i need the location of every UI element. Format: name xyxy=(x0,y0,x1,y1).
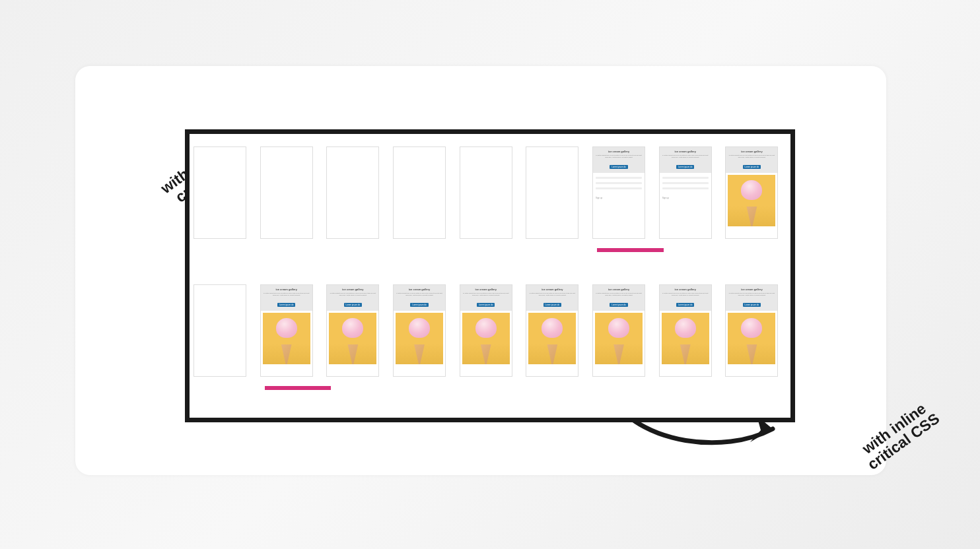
frame-header: ice cream galleryex autem placeat illum … xyxy=(593,285,645,311)
frame-header: ice cream galleryex autem placeat illum … xyxy=(460,285,512,311)
frame-title: ice cream gallery xyxy=(662,150,709,153)
frame-title: ice cream gallery xyxy=(595,150,643,153)
frame-title: ice cream gallery xyxy=(728,150,775,153)
ice-cream-image xyxy=(728,175,775,226)
frame-cta-button: Lorem ipsum do xyxy=(477,303,495,307)
filmstrip-frame: ice cream galleryex autem placeat illum … xyxy=(659,284,712,377)
filmstrip-frame: ice cream galleryex autem placeat illum … xyxy=(460,284,512,377)
frame-header: ice cream galleryex autem placeat illum … xyxy=(726,147,777,173)
frame-title: ice cream gallery xyxy=(528,288,576,291)
filmstrip-frame xyxy=(260,146,313,239)
ice-cream-image xyxy=(528,313,576,364)
frame-description: ex autem placeat illum vel mi hic autem … xyxy=(728,154,775,158)
filmstrip-frame: ice cream galleryex autem placeat illum … xyxy=(659,146,712,239)
frame-cta-button: Lorem ipsum do xyxy=(277,303,296,307)
frame-description: ex autem placeat illum vel mi hic autem … xyxy=(728,292,775,296)
frame-header: ice cream galleryex autem placeat illum … xyxy=(327,285,378,311)
frame-header: ice cream galleryex autem placeat illum … xyxy=(660,147,711,173)
filmstrip-frame: ice cream galleryex autem placeat illum … xyxy=(326,284,379,377)
frame-form-caption: Sign up xyxy=(593,197,645,199)
frame-title: ice cream gallery xyxy=(396,288,443,291)
frame-title: ice cream gallery xyxy=(462,288,510,291)
filmstrip-frame: ice cream galleryex autem placeat illum … xyxy=(592,284,645,377)
filmstrip-row-with-css: ice cream galleryex autem placeat illum … xyxy=(190,284,790,377)
filmstrip-frame xyxy=(193,146,246,239)
filmstrip-frame: ice cream galleryex autem placeat illum … xyxy=(725,284,778,377)
filmstrip-frame xyxy=(460,146,512,239)
frame-cta-button: Lorem ipsum do xyxy=(610,165,628,169)
frame-title: ice cream gallery xyxy=(329,288,376,291)
frame-cta-button: Lorem ipsum do xyxy=(743,165,761,169)
frame-header: ice cream galleryex autem placeat illum … xyxy=(261,285,312,311)
frame-description: ex autem placeat illum vel mi hic autem … xyxy=(662,154,709,158)
frame-cta-button: Lorem ipsum do xyxy=(610,303,628,307)
frame-description: ex autem placeat illum vel mi hic autem … xyxy=(263,292,310,296)
ice-cream-image xyxy=(662,313,709,364)
frame-cta-button: Lorem ipsum do xyxy=(676,303,695,307)
frame-header: ice cream galleryex autem placeat illum … xyxy=(526,285,578,311)
label-with-inline-css: with inline critical CSS xyxy=(855,397,942,472)
frame-description: ex autem placeat illum vel mi hic autem … xyxy=(329,292,376,296)
frame-description: ex autem placeat illum vel mi hic autem … xyxy=(462,292,510,296)
frame-header: ice cream galleryex autem placeat illum … xyxy=(593,147,645,173)
frame-description: ex autem placeat illum vel mi hic autem … xyxy=(595,154,643,158)
filmstrip-frame xyxy=(326,146,379,239)
frame-cta-button: Lorem ipsum do xyxy=(410,303,429,307)
frame-description: ex autem placeat illum vel mi hic autem … xyxy=(396,292,443,296)
filmstrip-container: ice cream galleryex autem placeat illum … xyxy=(185,129,795,422)
ice-cream-image xyxy=(396,313,443,364)
frame-cta-button: Lorem ipsum do xyxy=(543,303,562,307)
ice-cream-image xyxy=(263,313,310,364)
filmstrip-frame: ice cream galleryex autem placeat illum … xyxy=(725,146,778,239)
filmstrip-frame xyxy=(526,146,578,239)
frame-form-caption: Sign up xyxy=(660,197,711,199)
selected-frame-indicator xyxy=(265,386,332,390)
frame-description: ex autem placeat illum vel mi hic autem … xyxy=(528,292,576,296)
frame-title: ice cream gallery xyxy=(595,288,643,291)
frame-header: ice cream galleryex autem placeat illum … xyxy=(394,285,445,311)
filmstrip-frame xyxy=(393,146,446,239)
frame-cta-button: Lorem ipsum do xyxy=(344,303,363,307)
filmstrip-frame xyxy=(193,284,246,377)
frame-cta-button: Lorem ipsum do xyxy=(676,165,695,169)
filmstrip-frame: ice cream galleryex autem placeat illum … xyxy=(592,146,645,239)
frame-description: ex autem placeat illum vel mi hic autem … xyxy=(595,292,643,296)
ice-cream-image xyxy=(595,313,643,364)
ice-cream-image xyxy=(462,313,510,364)
frame-header: ice cream galleryex autem placeat illum … xyxy=(726,285,777,311)
filmstrip-frame: ice cream galleryex autem placeat illum … xyxy=(526,284,578,377)
frame-cta-button: Lorem ipsum do xyxy=(743,303,761,307)
selected-frame-indicator xyxy=(597,248,664,252)
filmstrip-frame: ice cream galleryex autem placeat illum … xyxy=(393,284,446,377)
frame-description: ex autem placeat illum vel mi hic autem … xyxy=(662,292,709,296)
frame-form-placeholder xyxy=(593,173,645,197)
frame-header: ice cream galleryex autem placeat illum … xyxy=(660,285,711,311)
frame-form-placeholder xyxy=(660,173,711,197)
ice-cream-image xyxy=(728,313,775,364)
frame-title: ice cream gallery xyxy=(662,288,709,291)
ice-cream-image xyxy=(329,313,376,364)
filmstrip-row-without-css: ice cream galleryex autem placeat illum … xyxy=(190,146,790,239)
frame-title: ice cream gallery xyxy=(728,288,775,291)
filmstrip-frame: ice cream galleryex autem placeat illum … xyxy=(260,284,313,377)
frame-title: ice cream gallery xyxy=(263,288,310,291)
